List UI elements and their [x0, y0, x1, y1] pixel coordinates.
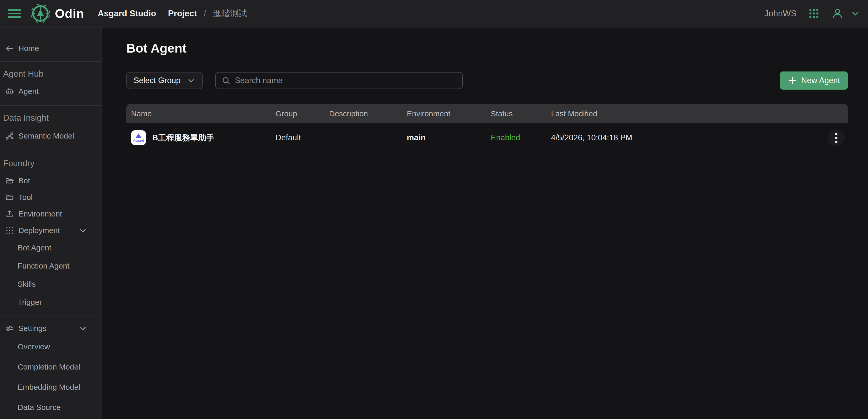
menu-icon[interactable]	[8, 8, 21, 19]
robot-icon	[5, 87, 14, 96]
section-header: Data Insight	[0, 112, 101, 123]
agent-name: B工程服務單助手	[152, 132, 214, 143]
sidebar-item-label: Agent	[19, 87, 39, 96]
sliders-icon	[5, 324, 14, 333]
sidebar-subitem-embedding-model[interactable]: Embedding Model	[0, 377, 101, 397]
sidebar-subitem-function-agent[interactable]: Function Agent	[0, 257, 101, 275]
sidebar-item-label: Bot	[19, 176, 30, 185]
plus-icon	[788, 76, 797, 85]
odin-logo-icon	[29, 2, 52, 25]
sidebar-group-settings: Settings Overview Completion Model Embed…	[0, 320, 101, 417]
sidebar-subitem-trigger[interactable]: Trigger	[0, 293, 101, 311]
chevron-down-icon	[187, 76, 195, 85]
topbar: Odin Asgard Studio Project / 進階測試 JohnWS	[0, 0, 868, 27]
col-header-group: Group	[276, 109, 329, 118]
col-header-status: Status	[491, 109, 551, 118]
sidebar-divider	[0, 61, 101, 62]
grid-dots-icon	[5, 226, 14, 235]
avatar-label: Asgard	[133, 139, 144, 143]
breadcrumb-project[interactable]: Project	[168, 8, 197, 19]
sidebar-subitem-data-source[interactable]: Data Source	[0, 397, 101, 417]
apps-grid-icon[interactable]	[808, 7, 820, 20]
sidebar-item-agent[interactable]: Agent	[0, 83, 101, 100]
sidebar-group-data-insight: Data Insight Semantic Model	[0, 112, 101, 145]
user-profile-icon[interactable]	[831, 7, 844, 20]
sidebar-item-label: Tool	[19, 193, 33, 202]
sidebar-item-bot[interactable]: Bot	[0, 173, 101, 189]
sidebar-subitem-completion-model[interactable]: Completion Model	[0, 357, 101, 377]
search-input[interactable]	[235, 76, 457, 85]
col-header-description: Description	[329, 109, 407, 118]
sidebar-subitem-overview[interactable]: Overview	[0, 337, 101, 357]
sidebar-item-environment[interactable]: Environment	[0, 206, 101, 222]
sidebar-item-home[interactable]: Home	[0, 39, 101, 58]
sidebar-home-label: Home	[19, 44, 39, 53]
sidebar-group-foundry: Foundry Bot	[0, 158, 101, 311]
upload-icon	[5, 209, 14, 219]
sidebar-divider	[0, 105, 101, 106]
table-row[interactable]: Asgard B工程服務單助手 Default main Enabled 4/5…	[126, 123, 848, 152]
sidebar-item-tool[interactable]: Tool	[0, 189, 101, 206]
group-select-dropdown[interactable]: Select Group	[126, 72, 203, 89]
agent-last-modified: 4/5/2026, 10:04:18 PM	[551, 133, 825, 143]
agent-environment: main	[407, 133, 491, 143]
chevron-down-icon[interactable]	[78, 324, 88, 333]
new-agent-button[interactable]: New Agent	[780, 71, 848, 90]
sidebar-group-agent-hub: Agent Hub Agent	[0, 68, 101, 100]
folder-icon	[5, 192, 14, 202]
sidebar-item-settings[interactable]: Settings	[0, 320, 101, 337]
sidebar-item-label: Semantic Model	[19, 131, 74, 140]
new-agent-label: New Agent	[801, 76, 840, 85]
arrow-left-icon	[5, 43, 14, 53]
col-header-environment: Environment	[407, 109, 491, 118]
breadcrumb-separator: /	[204, 8, 206, 19]
sidebar-subitem-bot-agent[interactable]: Bot Agent	[0, 239, 101, 257]
brand-title: Odin	[55, 6, 84, 21]
sidebar-item-deployment[interactable]: Deployment	[0, 222, 101, 239]
row-actions-kebab-icon[interactable]	[828, 129, 845, 146]
status-badge: Enabled	[491, 133, 551, 143]
table-header-row: Name Group Description Environment Statu…	[126, 104, 848, 123]
group-select-label: Select Group	[134, 76, 181, 85]
sidebar: Home Agent Hub Agent	[0, 27, 101, 418]
graph-icon	[5, 131, 14, 141]
agent-group: Default	[276, 133, 329, 143]
section-header: Foundry	[0, 158, 101, 169]
username-label: JohnWS	[764, 8, 797, 19]
avatar-triangle-icon	[136, 133, 142, 138]
chevron-down-icon[interactable]	[78, 226, 88, 235]
sidebar-item-label: Environment	[19, 210, 62, 218]
toolbar: Select Group	[126, 71, 848, 90]
col-header-name: Name	[131, 109, 276, 118]
section-header: Agent Hub	[0, 68, 101, 79]
account-chevron-down-icon[interactable]	[850, 8, 860, 19]
search-box	[215, 72, 463, 89]
agent-avatar: Asgard	[131, 130, 146, 145]
sidebar-item-semantic-model[interactable]: Semantic Model	[0, 127, 101, 145]
breadcrumb-current: 進階測試	[213, 8, 247, 20]
sidebar-item-label: Settings	[19, 324, 46, 333]
sidebar-divider	[0, 316, 101, 317]
col-header-last-modified: Last Modified	[551, 109, 825, 118]
sidebar-item-label: Deployment	[19, 226, 60, 235]
search-icon	[221, 76, 231, 85]
main-content: Bot Agent Select Group	[101, 27, 868, 418]
page-title: Bot Agent	[126, 41, 848, 55]
sidebar-divider	[0, 151, 101, 151]
agents-table: Name Group Description Environment Statu…	[126, 104, 848, 152]
folder-icon	[5, 176, 14, 186]
sidebar-subitem-skills[interactable]: Skills	[0, 275, 101, 293]
nav-asgard-studio[interactable]: Asgard Studio	[98, 8, 156, 19]
